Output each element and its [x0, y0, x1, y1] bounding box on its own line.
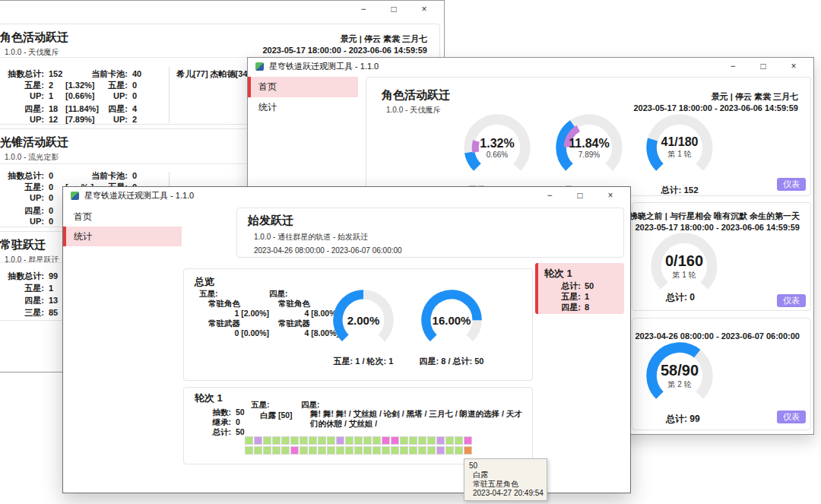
stats-column-current-pool: 当前卡池:40 五星:0 UP:0 四星:4 UP:2	[76, 68, 147, 125]
close-button[interactable]: ×	[409, 1, 439, 17]
pull-square[interactable]	[272, 446, 281, 455]
pull-square[interactable]	[281, 446, 290, 455]
pull-square[interactable]	[436, 446, 445, 455]
sidebar-item-home[interactable]: 首页	[248, 77, 358, 97]
window-title: 星穹铁道跃迁观测工具 - 1.1.0	[84, 190, 194, 201]
pull-square[interactable]	[263, 446, 271, 455]
stat-row: 抽数总计:99	[0, 270, 64, 282]
round-stats: 抽数:50 继承:0 总计:50	[196, 407, 245, 437]
pull-square[interactable]	[263, 436, 271, 445]
gauge-subvalue: 第 2 轮	[667, 379, 691, 390]
pull-square[interactable]	[290, 436, 299, 445]
pull-square[interactable]	[372, 446, 381, 455]
pull-square[interactable]	[409, 446, 417, 455]
featured-characters: 景元 | 停云 素裳 三月七	[634, 91, 799, 103]
pull-square[interactable]	[327, 436, 335, 445]
round-summary-panel[interactable]: 轮次 1 总计:50 五星:1 四星:8	[535, 263, 624, 314]
pull-square[interactable]	[418, 446, 426, 455]
pull-square[interactable]	[455, 446, 463, 455]
pull-square[interactable]	[382, 436, 390, 445]
pull-square[interactable]	[272, 436, 281, 445]
pull-square[interactable]	[300, 436, 308, 445]
gauge-subvalue: 0.66%	[487, 151, 508, 159]
stats-column-total: 抽数总计:99 五星:1 四星:13 三星:85	[0, 270, 64, 319]
pull-square-row	[245, 436, 473, 445]
pull-square[interactable]	[254, 446, 262, 455]
gauge-value: 16.00%	[433, 314, 471, 327]
pull-square[interactable]	[245, 436, 253, 445]
pull-square[interactable]	[436, 436, 445, 445]
maximize-button[interactable]: □	[748, 58, 778, 74]
pull-square[interactable]	[318, 436, 326, 445]
stat-row: 三星:85	[0, 306, 64, 319]
gauge-view-button[interactable]: 仪表	[777, 410, 806, 423]
divider	[169, 67, 170, 123]
pull-square[interactable]	[345, 446, 353, 455]
pull-square[interactable]	[418, 436, 426, 445]
gauge-value: 11.84%	[569, 137, 609, 151]
maximize-button[interactable]: □	[379, 1, 409, 17]
pull-square[interactable]	[363, 446, 372, 455]
pull-square[interactable]	[300, 446, 308, 455]
pull-square[interactable]	[455, 436, 463, 445]
pull-square[interactable]	[318, 446, 326, 455]
pull-square[interactable]	[345, 436, 353, 445]
minimize-button[interactable]: −	[718, 58, 748, 74]
pull-square[interactable]	[245, 446, 253, 455]
pull-square[interactable]	[391, 436, 399, 445]
sidebar-item-stats[interactable]: 统计	[63, 227, 182, 246]
pull-square[interactable]	[290, 446, 299, 455]
character-warp-card: 角色活动跃迁 1.0.0 - 天伐魔斥 景元 | 停云 素裳 三月七 2023-…	[366, 77, 811, 196]
stat-row: 总计:50	[196, 427, 245, 437]
gauge-view-button[interactable]: 仪表	[777, 294, 806, 307]
pull-square[interactable]	[254, 436, 262, 445]
pull-square[interactable]	[400, 436, 408, 445]
pull-square[interactable]	[427, 436, 436, 445]
round-title: 轮次 1	[544, 267, 624, 281]
five-star-breakdown: 五星: 常驻角色 1 [2.00%] 常驻武器 0 [0.00%]	[199, 289, 269, 338]
minimize-button[interactable]: −	[534, 187, 565, 204]
pull-square[interactable]	[382, 446, 390, 455]
card-header: 角色活动跃迁 1.0.0 - 天伐魔斥 景元 | 停云 素裳 三月七 2023-…	[0, 24, 427, 58]
stat-row: 五星:1	[555, 291, 624, 302]
close-button[interactable]: ×	[778, 58, 809, 74]
item-value: 0 [0.00%]	[199, 328, 269, 338]
pull-square[interactable]	[445, 436, 454, 445]
maximize-button[interactable]: □	[565, 187, 595, 204]
sidebar-item-home[interactable]: 首页	[63, 207, 182, 227]
gauge-label: 五星: 1 / 轮次: 1	[318, 356, 409, 367]
pull-square[interactable]	[400, 446, 408, 455]
stat-row: 五星:1	[0, 282, 64, 294]
featured-lightcones: 拂晓之前 | 与行星相会 唯有沉默 余生的第一天	[629, 211, 800, 222]
minimize-button[interactable]: −	[348, 1, 379, 17]
pull-square[interactable]	[372, 436, 381, 445]
four-star-pulls: 舞! 舞! 舞! / 艾丝妲 / 论剑 / 黑塔 / 三月七 / 朗道的选择 /…	[310, 409, 525, 429]
pull-square[interactable]	[354, 446, 363, 455]
pull-square[interactable]	[281, 436, 290, 445]
pull-square[interactable]	[327, 446, 335, 455]
pull-square[interactable]	[336, 446, 344, 455]
pull-square[interactable]	[445, 446, 454, 455]
total-count: 总计: 99	[666, 413, 700, 426]
pull-square[interactable]	[309, 446, 317, 455]
pull-square[interactable]	[464, 436, 472, 445]
pull-square[interactable]	[309, 436, 317, 445]
sidebar-item-stats[interactable]: 统计	[248, 97, 358, 118]
pull-square[interactable]	[464, 446, 472, 455]
gauge-label: 四星: 8 / 总计: 50	[406, 356, 497, 367]
pull-square[interactable]	[409, 436, 417, 445]
featured-characters: 景元 | 停云 素裳 三月七	[263, 33, 428, 45]
overview-title: 总览	[195, 275, 532, 289]
gauge-value: 2.00%	[347, 314, 380, 327]
pull-tooltip: 50 白露 常驻五星角色 2023-04-27 20:49:54	[464, 458, 547, 501]
gauge-view-button[interactable]: 仪表	[777, 178, 806, 191]
pull-square[interactable]	[363, 436, 372, 445]
pull-square[interactable]	[354, 436, 363, 445]
pull-square[interactable]	[391, 446, 399, 455]
gauge-value: 0/160	[665, 252, 703, 270]
pull-square[interactable]	[336, 436, 344, 445]
close-button[interactable]: ×	[595, 187, 626, 204]
gauge-subvalue: 第 1 轮	[667, 149, 691, 160]
tooltip-pull-number: 50	[469, 461, 542, 471]
pull-square[interactable]	[427, 446, 436, 455]
